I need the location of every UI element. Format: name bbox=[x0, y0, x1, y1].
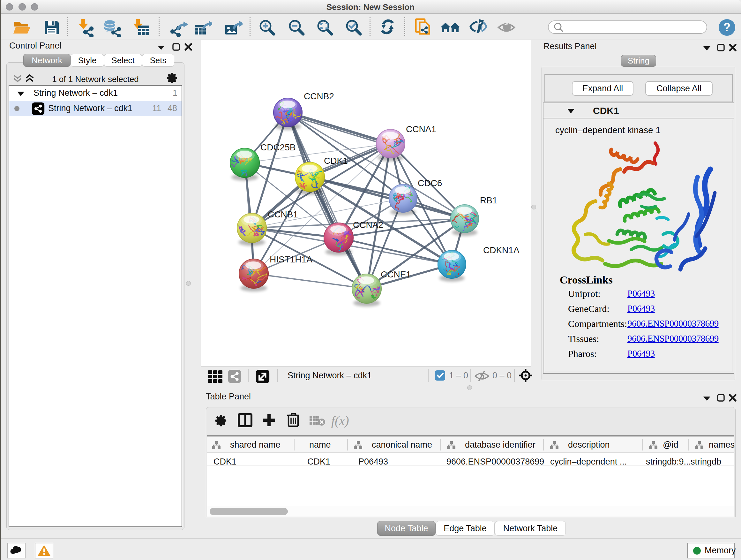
svg-text:CCNB2: CCNB2 bbox=[304, 91, 334, 101]
svg-text:RB1: RB1 bbox=[480, 195, 497, 205]
svg-text:CCNB1: CCNB1 bbox=[268, 209, 298, 219]
svg-text:CDC6: CDC6 bbox=[418, 178, 442, 188]
svg-text:CDKN1A: CDKN1A bbox=[483, 245, 520, 255]
svg-text:CCNE1: CCNE1 bbox=[381, 269, 411, 279]
svg-text:CCNA1: CCNA1 bbox=[406, 124, 436, 134]
svg-text:CCNA2: CCNA2 bbox=[353, 220, 383, 230]
svg-text:?: ? bbox=[724, 21, 731, 34]
svg-text:CDK1: CDK1 bbox=[324, 156, 348, 166]
svg-text:HIST1H1A: HIST1H1A bbox=[270, 254, 313, 264]
svg-text:CDC25B: CDC25B bbox=[260, 142, 295, 152]
